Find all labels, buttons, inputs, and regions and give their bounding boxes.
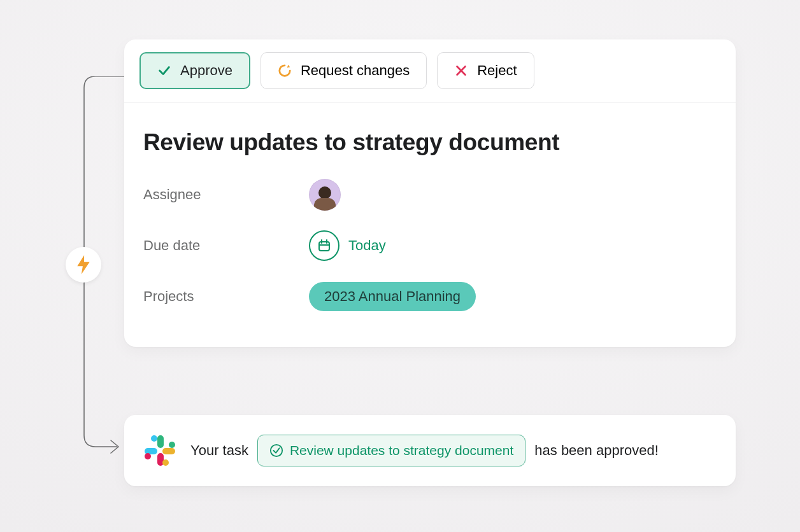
reject-label: Reject xyxy=(477,62,517,79)
automation-bolt-badge xyxy=(66,247,101,283)
projects-label: Projects xyxy=(143,288,309,305)
notification-card: Your task Review updates to strategy doc… xyxy=(124,415,736,486)
slack-icon xyxy=(142,433,178,468)
projects-row: Projects 2023 Annual Planning xyxy=(143,277,717,316)
x-icon xyxy=(454,64,468,78)
due-date-value[interactable]: Today xyxy=(348,237,386,254)
svg-rect-4 xyxy=(162,448,175,454)
redo-icon xyxy=(278,64,292,78)
svg-rect-0 xyxy=(319,242,329,251)
reject-button[interactable]: Reject xyxy=(437,52,534,89)
svg-rect-1 xyxy=(157,435,164,448)
request-changes-button[interactable]: Request changes xyxy=(261,52,427,89)
svg-point-9 xyxy=(271,445,282,456)
due-date-label: Due date xyxy=(143,237,309,254)
due-date-row: Due date Today xyxy=(143,226,717,265)
assignee-row: Assignee xyxy=(143,175,717,214)
notification-suffix: has been approved! xyxy=(534,442,659,459)
task-card: Approve Request changes Reject xyxy=(124,39,736,347)
svg-point-7 xyxy=(162,459,169,466)
svg-point-8 xyxy=(145,453,151,459)
approve-label: Approve xyxy=(180,62,232,79)
project-chip[interactable]: 2023 Annual Planning xyxy=(309,282,476,311)
check-icon xyxy=(157,64,171,78)
notification-task-chip[interactable]: Review updates to strategy document xyxy=(257,435,525,466)
svg-point-5 xyxy=(151,435,157,442)
approve-button[interactable]: Approve xyxy=(139,52,250,89)
request-changes-label: Request changes xyxy=(301,62,410,79)
check-circle-icon xyxy=(269,444,283,458)
assignee-label: Assignee xyxy=(143,186,309,203)
notification-prefix: Your task xyxy=(190,442,248,459)
calendar-icon[interactable] xyxy=(309,230,339,261)
action-bar: Approve Request changes Reject xyxy=(124,39,736,102)
notification-task-name: Review updates to strategy document xyxy=(290,443,513,458)
svg-point-6 xyxy=(169,442,175,448)
assignee-avatar[interactable] xyxy=(309,179,341,211)
bolt-icon xyxy=(75,255,92,274)
task-title: Review updates to strategy document xyxy=(143,129,717,156)
